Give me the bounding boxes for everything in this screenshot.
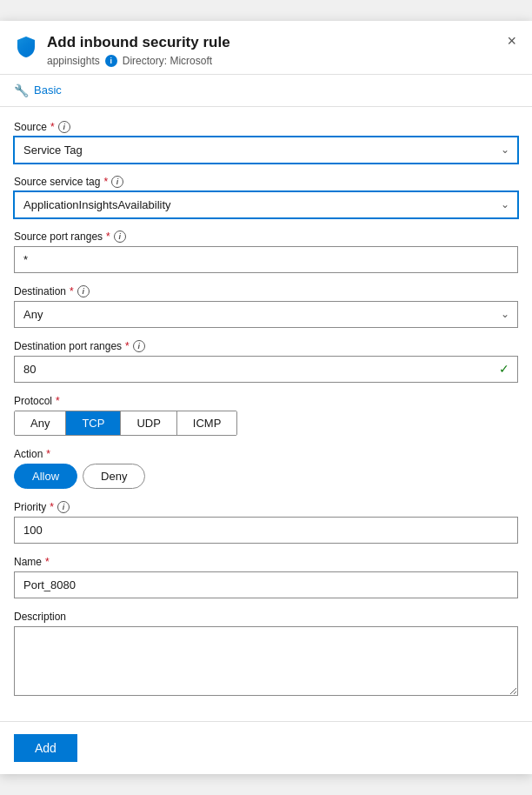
priority-group: Priority * i bbox=[14, 501, 518, 544]
destination-required: * bbox=[70, 285, 74, 297]
wrench-icon: 🔧 bbox=[14, 84, 29, 97]
name-input[interactable] bbox=[14, 571, 518, 598]
source-service-tag-select-wrapper: ApplicationInsightsAvailability ⌄ bbox=[14, 191, 518, 218]
priority-required: * bbox=[50, 501, 54, 513]
add-button[interactable]: Add bbox=[14, 734, 77, 762]
source-service-tag-group: Source service tag * i ApplicationInsigh… bbox=[14, 176, 518, 218]
destination-info-icon[interactable]: i bbox=[77, 285, 90, 297]
action-group: Action * Allow Deny bbox=[14, 448, 518, 489]
protocol-required: * bbox=[56, 395, 60, 407]
source-info-icon[interactable]: i bbox=[58, 121, 70, 133]
name-required: * bbox=[45, 556, 50, 568]
protocol-tcp-button[interactable]: TCP bbox=[66, 411, 121, 435]
action-label: Action * bbox=[14, 448, 518, 460]
action-toggle-group: Allow Deny bbox=[14, 464, 518, 489]
action-allow-button[interactable]: Allow bbox=[14, 464, 77, 489]
priority-label: Priority * i bbox=[14, 501, 518, 513]
info-dot-icon: i bbox=[105, 55, 117, 67]
dest-port-check-icon: ✓ bbox=[499, 362, 509, 376]
destination-port-ranges-input[interactable] bbox=[14, 356, 518, 383]
panel-header: Add inbound security rule appinsights i … bbox=[0, 21, 532, 74]
destination-label: Destination * i bbox=[14, 285, 518, 297]
close-button[interactable]: × bbox=[505, 33, 518, 49]
app-name: appinsights bbox=[47, 55, 100, 67]
panel-footer: Add bbox=[0, 721, 532, 774]
destination-select[interactable]: Any bbox=[14, 301, 518, 328]
protocol-icmp-button[interactable]: ICMP bbox=[177, 411, 237, 435]
source-port-ranges-input[interactable] bbox=[14, 246, 518, 273]
panel-subtitle: appinsights i Directory: Microsoft bbox=[47, 55, 230, 67]
source-select[interactable]: Service Tag bbox=[14, 137, 518, 164]
protocol-any-button[interactable]: Any bbox=[15, 411, 66, 435]
description-textarea[interactable] bbox=[14, 626, 518, 696]
dest-port-required: * bbox=[125, 340, 130, 352]
destination-port-ranges-group: Destination port ranges * i ✓ bbox=[14, 340, 518, 383]
dest-port-input-wrapper: ✓ bbox=[14, 356, 518, 383]
protocol-label: Protocol * bbox=[14, 395, 518, 407]
destination-group: Destination * i Any ⌄ bbox=[14, 285, 518, 328]
protocol-udp-button[interactable]: UDP bbox=[121, 411, 176, 435]
source-label: Source * i bbox=[14, 121, 518, 133]
source-port-required: * bbox=[106, 230, 110, 243]
priority-info-icon[interactable]: i bbox=[57, 501, 70, 513]
panel-title: Add inbound security rule bbox=[47, 33, 230, 52]
shield-icon bbox=[14, 35, 38, 59]
tab-label: Basic bbox=[34, 84, 62, 97]
destination-select-wrapper: Any ⌄ bbox=[14, 301, 518, 328]
source-group: Source * i Service Tag ⌄ bbox=[14, 121, 518, 164]
action-deny-button[interactable]: Deny bbox=[83, 464, 145, 489]
source-select-wrapper: Service Tag ⌄ bbox=[14, 137, 518, 164]
name-label: Name * bbox=[14, 556, 518, 568]
action-required: * bbox=[46, 448, 50, 460]
source-service-tag-required: * bbox=[103, 176, 108, 188]
destination-port-ranges-label: Destination port ranges * i bbox=[14, 340, 518, 352]
source-service-tag-select[interactable]: ApplicationInsightsAvailability bbox=[14, 191, 518, 218]
description-label: Description bbox=[14, 611, 518, 623]
source-port-ranges-group: Source port ranges * i bbox=[14, 230, 518, 273]
section-tab: 🔧 Basic bbox=[0, 75, 532, 107]
source-port-info-icon[interactable]: i bbox=[114, 230, 126, 243]
source-required: * bbox=[50, 121, 55, 133]
priority-input[interactable] bbox=[14, 517, 518, 544]
source-port-ranges-label: Source port ranges * i bbox=[14, 230, 518, 243]
protocol-group: Protocol * Any TCP UDP ICMP bbox=[14, 395, 518, 436]
dest-port-info-icon[interactable]: i bbox=[133, 340, 145, 352]
form-body: Source * i Service Tag ⌄ Source service … bbox=[0, 107, 532, 721]
source-service-tag-label: Source service tag * i bbox=[14, 176, 518, 188]
panel: Add inbound security rule appinsights i … bbox=[0, 21, 532, 773]
source-service-tag-info-icon[interactable]: i bbox=[111, 176, 123, 188]
name-group: Name * bbox=[14, 556, 518, 598]
directory-label: Directory: Microsoft bbox=[123, 55, 212, 67]
description-group: Description bbox=[14, 611, 518, 698]
protocol-toggle-group: Any TCP UDP ICMP bbox=[14, 411, 237, 436]
